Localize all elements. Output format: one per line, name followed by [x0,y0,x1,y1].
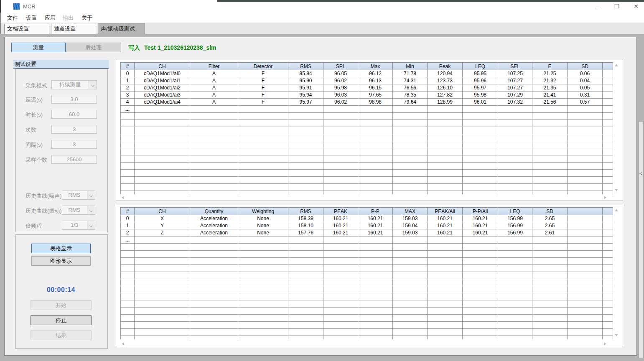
vibration-table-hscrollbar[interactable] [120,341,613,346]
cell [358,279,393,286]
cell [498,120,532,127]
cell [428,177,463,184]
cell: 0.57 [568,99,603,106]
cell: X [135,215,190,222]
cell: 96.03 [323,92,358,99]
cell: A [190,99,238,106]
duration-label: 时长(s) [25,111,43,119]
count-input[interactable] [51,125,97,134]
stop-button[interactable]: 停止 [31,315,92,325]
table-display-button[interactable]: 表格显示 [31,244,91,253]
cell [498,272,532,279]
scroll-down-icon[interactable] [615,189,618,191]
cell [498,184,532,191]
cell [603,184,613,191]
menu-settings[interactable]: 设置 [23,14,39,22]
cell [135,258,190,265]
sound-table-vscrollbar[interactable] [613,62,619,194]
menu-apply[interactable]: 应用 [42,14,58,22]
duration-input[interactable] [51,110,97,119]
cell: 160.21 [323,222,358,229]
cell: cDAQ1Mod1/ai4 [135,99,190,106]
cell [428,293,463,300]
history-noise-dropdown[interactable]: RMS [62,191,95,200]
cell [288,127,323,134]
interval-input[interactable] [51,140,97,149]
postprocess-button[interactable]: 后处理 [66,43,121,52]
cell [121,184,135,191]
sound-table-hscrollbar[interactable] [120,195,613,200]
close-button[interactable]: ✕ [630,2,642,10]
empty-row [121,244,613,251]
table-row: 4cDAQ1Mod1/ai4AF95.9796.0298.9879.64128.… [121,99,613,106]
cell [568,300,603,308]
scroll-up-icon[interactable] [615,64,618,66]
history-noise-label: 历史曲线(噪声) [25,192,62,200]
cell: 96.15 [358,84,393,92]
cell: 156.99 [498,222,532,229]
cell [135,336,190,340]
cell [121,279,135,286]
tab-document-settings[interactable]: 文档设置 [4,24,49,34]
cell [190,251,238,258]
measure-button[interactable]: 测量 [11,43,66,52]
cell [135,191,190,195]
cell [121,336,135,340]
table-row: 0XAccelerationNone158.39160.21160.21159.… [121,215,613,222]
minimize-button[interactable]: – [591,2,604,10]
history-vib-dropdown[interactable]: RMS [62,206,95,215]
cell [463,170,498,177]
scroll-up-icon[interactable] [615,209,618,211]
scroll-down-icon[interactable] [615,334,618,336]
cell [603,120,613,127]
maximize-button[interactable]: ❐ [611,2,623,10]
cell [135,279,190,286]
cell [238,308,288,315]
cell [323,244,358,251]
cell [428,279,463,286]
cell [532,265,568,272]
samples-input[interactable] [51,155,97,164]
cell [288,177,323,184]
cell: 160.21 [323,215,358,222]
acq-mode-dropdown[interactable]: 持续测量 [51,80,97,89]
scroll-left-icon[interactable] [122,196,124,199]
column-header [603,63,613,70]
scroll-left-icon[interactable] [122,342,124,346]
cell [428,322,463,329]
cell [358,322,393,329]
cell [603,229,613,236]
cell [288,244,323,251]
scroll-right-icon[interactable] [604,196,606,199]
cell [603,293,613,300]
tab-sound-vibration-test[interactable]: 声/振动级测试 [98,23,145,34]
cell: Acceleration [190,215,238,222]
cell [568,215,603,222]
cell [532,258,568,265]
cell [121,258,135,265]
cell [135,308,190,315]
menu-about[interactable]: 关于 [79,14,95,22]
menu-file[interactable]: 文件 [5,14,20,22]
cell [568,163,603,170]
graph-display-button[interactable]: 图形显示 [31,256,91,266]
tab-channel-settings[interactable]: 通道设置 [51,24,96,34]
vibration-table-vscrollbar[interactable] [613,207,619,339]
cell [358,113,393,120]
write-status-label: 写入 [128,44,140,52]
scroll-right-icon[interactable] [604,342,606,346]
cell [498,170,532,177]
cell [121,308,135,315]
cell [121,120,135,127]
cell [121,329,135,336]
cell [288,134,323,141]
cell [121,322,135,329]
cell [498,141,532,148]
chevron-down-icon [91,84,94,87]
octave-dropdown[interactable]: 1/3 [62,221,95,230]
cell [190,170,238,177]
cell: 107.27 [498,77,532,84]
panel-collapse-splitter[interactable]: < [639,121,644,358]
cell: 96.13 [358,77,393,84]
delay-input[interactable] [51,95,97,104]
